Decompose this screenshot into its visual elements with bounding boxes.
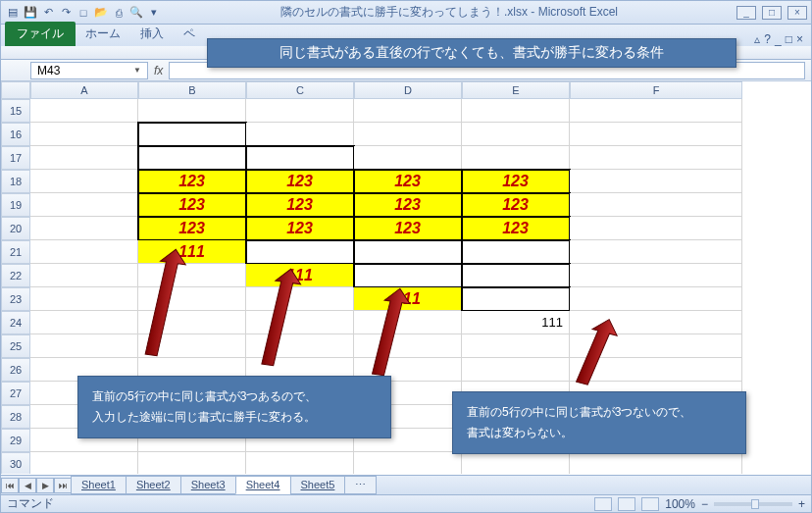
column-header[interactable]: B <box>138 81 246 99</box>
open-icon[interactable]: 📂 <box>93 5 109 21</box>
tab-insert[interactable]: 挿入 <box>130 22 174 46</box>
row-header[interactable]: 19 <box>1 193 30 217</box>
sheet-nav-last[interactable]: ⏭ <box>54 478 72 493</box>
ribbon-min-icon[interactable]: ▵ <box>754 32 760 46</box>
row-header[interactable]: 16 <box>1 123 30 146</box>
name-box[interactable]: M43 ▼ <box>30 62 148 79</box>
cell-D21[interactable] <box>354 240 462 264</box>
cell-D24[interactable] <box>354 311 462 334</box>
cell-C22[interactable]: 111 <box>246 264 354 287</box>
cell-E30[interactable] <box>462 452 570 474</box>
cell-F26[interactable] <box>570 358 742 382</box>
close-button[interactable]: × <box>787 6 807 20</box>
column-header[interactable]: C <box>246 81 354 99</box>
cell-A20[interactable] <box>30 217 138 240</box>
row-header[interactable]: 15 <box>1 99 30 123</box>
sheet-nav-prev[interactable]: ◀ <box>19 478 36 493</box>
column-header[interactable]: D <box>354 81 462 99</box>
tab-home[interactable]: ホーム <box>76 22 130 46</box>
cell-D20[interactable]: 123 <box>354 217 462 240</box>
cell-E21[interactable] <box>462 240 570 264</box>
row-header[interactable]: 17 <box>1 146 30 170</box>
cell-E17[interactable] <box>462 146 570 170</box>
cell-F18[interactable] <box>570 170 742 193</box>
cell-E20[interactable]: 123 <box>462 217 570 240</box>
cell-C19[interactable]: 123 <box>246 193 354 217</box>
cell-C17[interactable] <box>246 146 354 170</box>
row-header[interactable]: 25 <box>1 334 30 358</box>
column-header[interactable]: A <box>30 81 138 99</box>
cell-F19[interactable] <box>570 193 742 217</box>
column-header[interactable]: F <box>570 81 742 99</box>
zoom-slider[interactable] <box>714 502 792 506</box>
row-header[interactable]: 18 <box>1 170 30 193</box>
cell-B24[interactable] <box>138 311 246 334</box>
zoom-out-button[interactable]: − <box>701 497 708 511</box>
undo-icon[interactable]: ↶ <box>40 5 56 21</box>
cell-A30[interactable] <box>30 452 138 474</box>
sheet-tab-Sheet1[interactable]: Sheet1 <box>71 476 127 494</box>
cell-C23[interactable] <box>246 287 354 311</box>
worksheet-grid[interactable]: ABCDEF 151617181231231231231912312312312… <box>1 81 811 474</box>
cell-B21[interactable]: 111 <box>138 240 246 264</box>
row-header[interactable]: 30 <box>1 452 30 474</box>
cell-A23[interactable] <box>30 287 138 311</box>
doc-close-icon[interactable]: × <box>796 32 803 46</box>
redo-icon[interactable]: ↷ <box>58 5 74 21</box>
view-normal-button[interactable] <box>594 497 612 511</box>
cell-B17[interactable] <box>138 146 246 170</box>
sheet-nav-next[interactable]: ▶ <box>36 478 54 493</box>
cell-C18[interactable]: 123 <box>246 170 354 193</box>
cell-A21[interactable] <box>30 240 138 264</box>
cell-D25[interactable] <box>354 334 462 358</box>
cell-B25[interactable] <box>138 334 246 358</box>
cell-A24[interactable] <box>30 311 138 334</box>
row-header[interactable]: 26 <box>1 358 30 382</box>
cell-D30[interactable] <box>354 452 462 474</box>
cell-E18[interactable]: 123 <box>462 170 570 193</box>
cell-E16[interactable] <box>462 123 570 146</box>
cell-B22[interactable] <box>138 264 246 287</box>
cell-C25[interactable] <box>246 334 354 358</box>
row-header[interactable]: 23 <box>1 287 30 311</box>
cell-E24[interactable]: 111 <box>462 311 570 334</box>
row-header[interactable]: 20 <box>1 217 30 240</box>
tab-file[interactable]: ファイル <box>5 22 76 46</box>
cell-E25[interactable] <box>462 334 570 358</box>
view-layout-button[interactable] <box>618 497 635 511</box>
print-icon[interactable]: ⎙ <box>111 5 127 21</box>
cell-E26[interactable] <box>462 358 570 382</box>
cell-D18[interactable]: 123 <box>354 170 462 193</box>
preview-icon[interactable]: 🔍 <box>128 5 144 21</box>
sheet-tab-Sheet3[interactable]: Sheet3 <box>180 476 236 494</box>
cell-A17[interactable] <box>30 146 138 170</box>
row-header[interactable]: 27 <box>1 382 30 405</box>
cell-A18[interactable] <box>30 170 138 193</box>
cell-A15[interactable] <box>30 99 138 123</box>
cell-A22[interactable] <box>30 264 138 287</box>
cell-C20[interactable]: 123 <box>246 217 354 240</box>
cell-D16[interactable] <box>354 123 462 146</box>
row-header[interactable]: 29 <box>1 429 30 452</box>
sheet-tab-Sheet2[interactable]: Sheet2 <box>126 476 181 494</box>
cell-B18[interactable]: 123 <box>138 170 246 193</box>
cell-D17[interactable] <box>354 146 462 170</box>
cell-D15[interactable] <box>354 99 462 123</box>
fx-icon[interactable]: fx <box>154 64 163 77</box>
maximize-button[interactable]: □ <box>762 6 782 20</box>
cell-C16[interactable] <box>246 123 354 146</box>
row-header[interactable]: 22 <box>1 264 30 287</box>
cell-A25[interactable] <box>30 334 138 358</box>
cell-E15[interactable] <box>462 99 570 123</box>
cell-D23[interactable]: 111 <box>354 287 462 311</box>
qat-dropdown-icon[interactable]: ▾ <box>146 5 162 21</box>
cell-C21[interactable] <box>246 240 354 264</box>
cell-A19[interactable] <box>30 193 138 217</box>
row-header[interactable]: 28 <box>1 405 30 429</box>
cell-C30[interactable] <box>246 452 354 474</box>
sheet-tab-Sheet4[interactable]: Sheet4 <box>235 476 291 494</box>
cell-D22[interactable] <box>354 264 462 287</box>
column-header[interactable]: E <box>462 81 570 99</box>
cell-B19[interactable]: 123 <box>138 193 246 217</box>
row-header[interactable]: 24 <box>1 311 30 334</box>
